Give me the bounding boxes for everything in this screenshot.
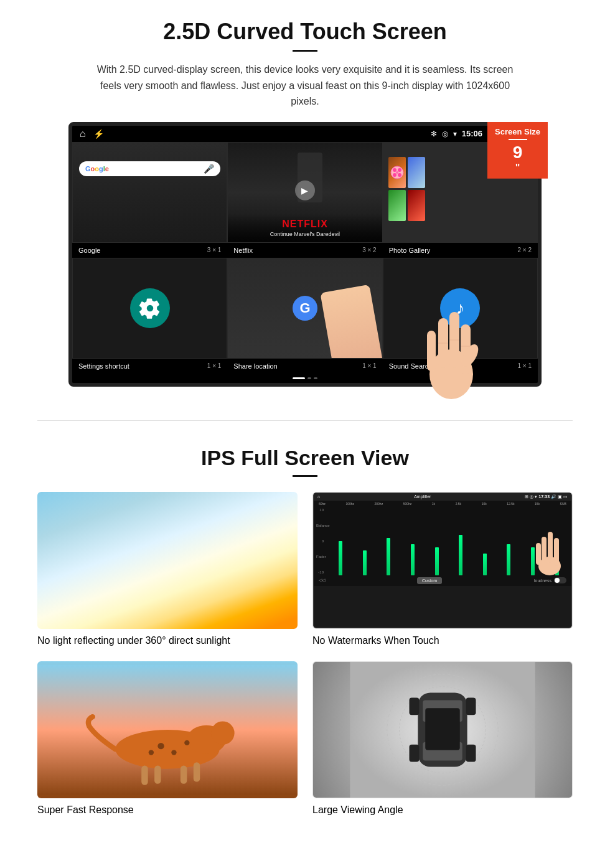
feature-img-sunlight (37, 492, 298, 629)
status-time: 15:06 (462, 129, 482, 138)
play-button[interactable]: ▶ (295, 181, 315, 200)
gallery-thumb-2 (408, 157, 425, 188)
svg-point-25 (211, 721, 235, 745)
netflix-subtitle: Continue Marvel's Daredevil (233, 231, 377, 237)
gallery-thumb-3 (388, 190, 406, 221)
maps-icon: G (289, 293, 321, 324)
svg-point-2 (398, 168, 401, 172)
feature-sunlight: No light reflecting under 360° direct su… (37, 492, 298, 646)
car-svg (313, 662, 572, 798)
amp-freq-500hz: 500hz (403, 502, 412, 506)
section1-divider (293, 50, 317, 52)
svg-rect-31 (154, 765, 161, 783)
svg-rect-21 (536, 543, 541, 565)
svg-point-3 (393, 173, 396, 177)
car-visual (313, 662, 572, 798)
app-cell-share[interactable]: G (227, 258, 382, 359)
gallery-label-size: 2 × 2 (517, 247, 532, 253)
svg-rect-30 (141, 765, 148, 785)
location-icon: ◎ (442, 130, 448, 138)
amp-freq-labels: 60hz 100hz 200hz 500hz 1k 2.5k 10k 12.5k… (314, 501, 571, 507)
feature-grid: No light reflecting under 360° direct su… (37, 492, 573, 816)
sound-label-text: Sound Search (389, 362, 433, 370)
google-label-size: 3 × 1 (207, 247, 222, 253)
app-cell-google[interactable]: Google 🎤 (72, 142, 227, 243)
gear-svg (139, 297, 161, 319)
amp-freq-1k: 1k (432, 502, 435, 506)
feature-label-car: Large Viewing Angle (312, 804, 403, 815)
svg-point-27 (171, 750, 176, 755)
pagination-dot-2 (307, 377, 311, 379)
section-divider (37, 420, 573, 421)
screen-size-number: 9 (495, 143, 540, 163)
amp-scale: 10 Balance 0 Fader -10 (314, 507, 326, 575)
section-ips: IPS Full Screen View No light reflecting… (0, 440, 610, 834)
amp-freq-sub: SUB (560, 502, 566, 506)
share-label-text: Share location (233, 362, 277, 370)
amplifier-screen: ⌂ Amplifier ⊞ ◎ ▾ 17:33 🔊 ▣ ▭ 60hz 100hz… (313, 493, 572, 628)
pagination-dot-3 (314, 377, 317, 379)
pagination-dot-1 (293, 377, 305, 379)
status-bar: ⌂ ⚡ ✻ ◎ ▾ 15:06 ▣ ◁) ⊠ ▭ (72, 126, 538, 142)
google-logo: Google (85, 165, 109, 172)
svg-text:G: G (299, 300, 310, 316)
gallery-label-text: Photo Gallery (389, 247, 431, 254)
amp-hand (534, 526, 565, 575)
app-cell-netflix[interactable]: ▶ NETFLIX Continue Marvel's Daredevil (227, 142, 382, 243)
amp-custom-btn[interactable]: Custom (417, 577, 442, 584)
app-cell-sound[interactable]: ♪ (383, 258, 538, 359)
amp-scale-10: 10 (316, 508, 324, 512)
sound-label-size: 1 × 1 (517, 362, 532, 369)
gallery-thumb-main (388, 157, 406, 188)
amp-bar-6 (459, 535, 462, 575)
mic-icon: 🎤 (204, 164, 214, 174)
amp-loudness-label: loudness (534, 578, 551, 583)
amp-freq-15k: 15k (535, 502, 540, 506)
app-labels-row2: Settings shortcut 1 × 1 Share location 1… (72, 359, 538, 374)
svg-rect-19 (548, 532, 553, 563)
amp-prev-btn[interactable]: ◁◁ (319, 578, 325, 583)
section2-title: IPS Full Screen View (37, 446, 573, 470)
sunlight-visual (37, 492, 298, 629)
amp-loudness: loudness (534, 577, 566, 583)
feature-label-watermarks: No Watermarks When Touch (312, 635, 439, 646)
app-label-sound: Sound Search 1 × 1 (383, 359, 538, 374)
screen-size-badge: Screen Size 9" (487, 122, 548, 179)
amp-freq-200hz: 200hz (375, 502, 383, 506)
status-bar-left: ⌂ ⚡ (80, 128, 104, 139)
feature-watermarks: ⌂ Amplifier ⊞ ◎ ▾ 17:33 🔊 ▣ ▭ 60hz 100hz… (312, 492, 573, 646)
device-screen: ⌂ ⚡ ✻ ◎ ▾ 15:06 ▣ ◁) ⊠ ▭ (68, 122, 542, 387)
section1-title: 2.5D Curved Touch Screen (37, 19, 573, 45)
app-labels-row1: Google 3 × 1 Netflix 3 × 2 Photo Gallery… (72, 243, 538, 258)
netflix-label-text: Netflix (233, 247, 253, 254)
app-label-gallery: Photo Gallery 2 × 2 (383, 243, 538, 258)
home-icon: ⌂ (80, 128, 86, 139)
netflix-logo: NETFLIX (233, 219, 377, 230)
app-cell-settings[interactable] (72, 258, 227, 359)
svg-rect-40 (409, 697, 419, 715)
feature-cheetah: Super Fast Response (37, 661, 298, 816)
amp-bar-1 (339, 541, 342, 575)
svg-point-26 (157, 743, 164, 749)
screen-size-label: Screen Size (495, 127, 540, 136)
amp-scale-0: 0 (316, 539, 324, 543)
amp-time: 17:33 (538, 494, 550, 499)
section-curved-screen: 2.5D Curved Touch Screen With 2.5D curve… (0, 0, 610, 402)
app-label-netflix: Netflix 3 × 2 (227, 243, 382, 258)
svg-rect-44 (425, 708, 459, 750)
svg-rect-43 (466, 745, 476, 762)
feature-label-sunlight: No light reflecting under 360° direct su… (37, 635, 230, 646)
amp-bars (326, 507, 571, 575)
amp-hand-svg (534, 526, 565, 575)
amp-balance: Balance (316, 524, 324, 527)
amp-scale-n10: -10 (316, 570, 324, 574)
app-label-google: Google 3 × 1 (72, 243, 227, 258)
settings-icon (130, 288, 170, 328)
google-search-bar[interactable]: Google 🎤 (79, 161, 220, 176)
app-label-settings: Settings shortcut 1 × 1 (72, 359, 227, 374)
google-label-text: Google (78, 247, 100, 254)
screen-size-unit: " (515, 163, 520, 173)
amp-freq-10k: 10k (482, 502, 487, 506)
share-bg: G (228, 258, 382, 358)
amp-toggle[interactable] (554, 577, 566, 583)
